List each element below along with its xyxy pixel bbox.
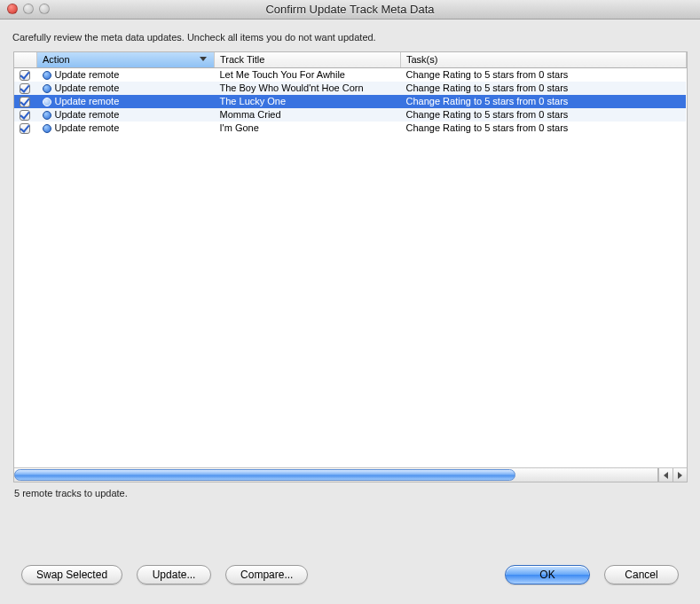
content-area: Carefully review the meta data updates. … [0,20,700,498]
table-row[interactable]: Update remoteThe Boy Who Would'nt Hoe Co… [14,82,687,95]
arrow-right-icon [678,472,682,479]
cell-checkbox [14,67,37,82]
row-checkbox[interactable] [20,97,30,107]
remote-dot-icon [43,124,51,133]
tracks-table-container: Action Track Title Task(s) Update remote… [13,51,688,482]
tracks-table-scroll[interactable]: Action Track Title Task(s) Update remote… [14,52,687,467]
cell-title: The Boy Who Would'nt Hoe Corn [215,82,401,95]
col-header-checkbox[interactable] [14,52,37,67]
update-button[interactable]: Update... [137,565,211,584]
traffic-lights [7,4,50,14]
cell-title: Let Me Touch You For Awhile [215,67,401,82]
table-row[interactable]: Update remoteI'm GoneChange Rating to 5 … [14,122,687,135]
action-label: Update remote [55,82,120,93]
action-label: Update remote [55,69,120,80]
action-label: Update remote [55,122,120,133]
cell-checkbox [14,122,37,135]
cell-checkbox [14,108,37,122]
zoom-button[interactable] [39,4,50,14]
cell-task: Change Rating to 5 stars from 0 stars [401,82,687,95]
status-text: 5 remote tracks to update. [12,482,688,498]
cell-task: Change Rating to 5 stars from 0 stars [401,108,687,122]
scroll-left-button[interactable] [658,468,672,482]
cell-action: Update remote [37,122,215,135]
cell-checkbox [14,82,37,95]
minimize-button[interactable] [23,4,34,14]
col-header-title[interactable]: Track Title [215,52,401,67]
cell-title: The Lucky One [215,95,401,108]
window-title: Confirm Update Track Meta Data [0,3,700,16]
tracks-table: Action Track Title Task(s) Update remote… [14,52,687,135]
action-label: Update remote [55,96,120,106]
table-row[interactable]: Update remoteLet Me Touch You For Awhile… [14,67,687,82]
row-checkbox[interactable] [20,83,30,94]
horizontal-scrollbar[interactable] [14,467,687,482]
arrow-left-icon [664,472,668,479]
col-header-action[interactable]: Action [37,52,215,67]
cell-task: Change Rating to 5 stars from 0 stars [401,67,687,82]
sort-descending-icon [200,57,207,61]
cell-task: Change Rating to 5 stars from 0 stars [401,122,687,135]
action-label: Update remote [55,109,120,120]
cell-action: Update remote [37,67,215,82]
ok-button[interactable]: OK [505,565,590,584]
remote-dot-icon [43,98,51,106]
swap-selected-button[interactable]: Swap Selected [21,565,122,584]
titlebar: Confirm Update Track Meta Data [0,0,700,20]
row-checkbox[interactable] [20,123,30,134]
cell-task: Change Rating to 5 stars from 0 stars [401,95,687,108]
scrollbar-track[interactable] [14,468,658,482]
table-row[interactable]: Update remoteThe Lucky OneChange Rating … [14,95,687,108]
remote-dot-icon [43,71,51,80]
button-row: Swap Selected Update... Compare... OK Ca… [0,565,700,584]
remote-dot-icon [43,111,51,120]
cell-title: Momma Cried [215,108,401,122]
row-checkbox[interactable] [20,110,30,121]
remote-dot-icon [43,84,51,93]
close-button[interactable] [7,4,18,14]
cell-action: Update remote [37,82,215,95]
cell-action: Update remote [37,95,215,108]
col-header-task[interactable]: Task(s) [401,52,687,67]
cancel-button[interactable]: Cancel [604,565,679,584]
instructions-text: Carefully review the meta data updates. … [12,32,688,43]
cell-action: Update remote [37,108,215,122]
row-checkbox[interactable] [20,70,30,81]
cell-checkbox [14,95,37,108]
scroll-right-button[interactable] [672,468,687,482]
col-header-action-label: Action [43,54,70,65]
compare-button[interactable]: Compare... [225,565,308,584]
table-row[interactable]: Update remoteMomma CriedChange Rating to… [14,108,687,122]
tracks-tbody: Update remoteLet Me Touch You For Awhile… [14,67,687,135]
scrollbar-thumb[interactable] [14,469,516,481]
cell-title: I'm Gone [215,122,401,135]
